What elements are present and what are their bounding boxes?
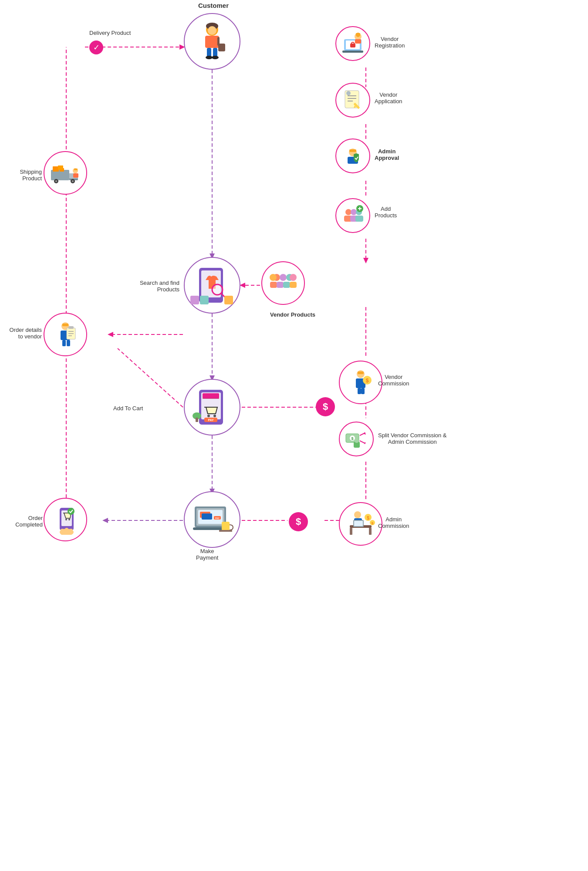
svg-rect-42 (350, 44, 355, 47)
svg-point-59 (351, 209, 357, 215)
svg-rect-118 (358, 371, 364, 374)
svg-rect-109 (203, 393, 219, 398)
svg-marker-12 (363, 258, 368, 263)
shipping-product-node (44, 151, 87, 195)
svg-text:PAY: PAY (215, 517, 220, 520)
svg-rect-152 (219, 530, 232, 532)
svg-rect-151 (222, 522, 230, 530)
svg-rect-141 (65, 528, 68, 534)
order-details-label: Order details to vendor (3, 327, 42, 340)
shipping-product-label: Shipping Product (3, 169, 42, 182)
svg-point-88 (280, 274, 287, 281)
customer-node (184, 13, 240, 70)
svg-point-58 (345, 209, 351, 215)
svg-point-31 (208, 26, 216, 35)
svg-rect-86 (224, 296, 233, 304)
split-commission-label: Split Vendor Commission & Admin Commissi… (378, 432, 447, 445)
svg-point-111 (207, 415, 210, 417)
svg-text:PAY: PAY (208, 419, 214, 422)
svg-rect-45 (355, 39, 361, 44)
svg-rect-159 (354, 521, 363, 526)
svg-rect-32 (205, 36, 219, 48)
dollar-circle-2: $ (289, 512, 308, 531)
svg-rect-116 (196, 418, 198, 422)
svg-line-19 (118, 348, 183, 407)
svg-rect-104 (68, 326, 74, 329)
vendor-application-label: Vendor Application (375, 91, 402, 105)
diagram-container: Customer Vendor Registration (0, 0, 588, 871)
vendor-products-node (261, 261, 305, 305)
svg-rect-106 (67, 340, 70, 346)
svg-rect-46 (356, 33, 360, 35)
svg-rect-34 (218, 44, 225, 51)
delivery-product-label: Delivery Product (89, 30, 131, 36)
vendor-registration-node (335, 26, 370, 61)
svg-point-52 (346, 91, 351, 95)
vendor-products-label: Vendor Products (270, 311, 305, 318)
admin-commission-node: $ $ (339, 502, 382, 546)
svg-rect-122 (358, 388, 361, 394)
svg-rect-93 (277, 282, 284, 288)
svg-point-73 (72, 180, 74, 182)
svg-point-112 (213, 415, 216, 417)
svg-rect-142 (69, 529, 73, 534)
search-products-label: Search and find Products (92, 280, 179, 293)
add-to-cart-label: Add To Cart (113, 405, 143, 412)
svg-point-71 (55, 180, 57, 182)
admin-commission-label: Admin Commission (378, 516, 409, 529)
svg-rect-79 (74, 169, 78, 170)
svg-rect-123 (361, 388, 365, 394)
svg-rect-74 (53, 166, 59, 172)
svg-rect-78 (73, 173, 78, 178)
split-commission-node: $ (339, 422, 374, 456)
svg-rect-140 (61, 529, 64, 535)
svg-rect-95 (290, 282, 297, 288)
customer-label: Customer (198, 2, 229, 9)
svg-rect-157 (369, 528, 372, 535)
svg-rect-40 (342, 51, 363, 53)
order-completed-label: Order Completed (5, 515, 43, 528)
svg-rect-105 (62, 340, 66, 346)
svg-rect-147 (202, 513, 212, 520)
flow-lines (0, 0, 588, 871)
svg-rect-76 (58, 165, 63, 170)
svg-rect-156 (350, 528, 352, 535)
svg-marker-131 (363, 442, 366, 444)
svg-point-137 (68, 519, 70, 520)
order-completed-node (44, 498, 87, 541)
svg-point-37 (206, 56, 213, 59)
svg-marker-7 (102, 518, 108, 523)
svg-point-38 (212, 56, 219, 59)
make-payment-node: PAY (184, 491, 240, 548)
svg-text:$: $ (366, 378, 369, 384)
admin-approval-node (335, 138, 370, 173)
svg-rect-94 (283, 282, 290, 288)
add-to-cart-node: PAY (184, 379, 240, 436)
vendor-application-node (335, 83, 370, 118)
order-details-node (44, 313, 87, 356)
search-products-node (184, 257, 240, 314)
add-products-label: Add Products (375, 206, 397, 219)
svg-point-153 (354, 511, 361, 518)
svg-point-138 (68, 508, 74, 515)
dollar-circle-1: $ (316, 397, 335, 416)
svg-point-91 (290, 274, 297, 281)
svg-point-90 (270, 274, 277, 281)
svg-text:$: $ (372, 521, 374, 525)
svg-rect-56 (349, 149, 356, 152)
svg-rect-97 (62, 324, 68, 326)
delivery-checkmark: ✓ (89, 41, 103, 54)
svg-text:$: $ (351, 436, 353, 441)
make-payment-label: Make Payment (196, 548, 218, 561)
vendor-commission-node: $ (339, 361, 382, 404)
add-products-node (335, 198, 370, 233)
admin-approval-label: Admin Approval (375, 148, 399, 161)
svg-marker-28 (108, 332, 113, 337)
svg-point-136 (65, 519, 67, 520)
vendor-commission-label: Vendor Commission (378, 374, 409, 387)
svg-rect-92 (270, 282, 277, 288)
vendor-registration-label: Vendor Registration (375, 36, 405, 49)
svg-text:$: $ (367, 516, 369, 520)
svg-point-133 (355, 439, 359, 443)
svg-rect-63 (355, 216, 363, 222)
